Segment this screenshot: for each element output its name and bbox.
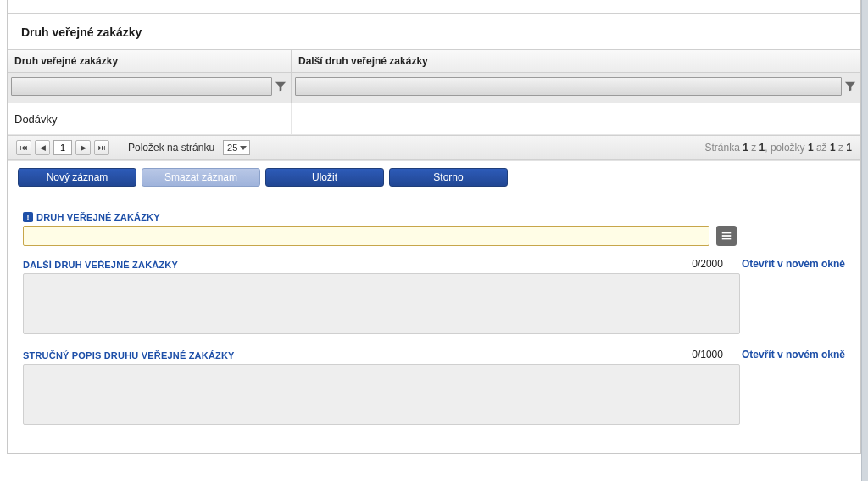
field-other-label: DALŠÍ DRUH VEŘEJNÉ ZAKÁZKY	[23, 260, 178, 270]
filter-input-type[interactable]	[11, 77, 272, 96]
desc-open-link[interactable]: Otevřít v novém okně	[742, 349, 845, 361]
field-type: ! DRUH VEŘEJNÉ ZAKÁZKY	[23, 212, 845, 246]
form-area: Nový záznam Smazat záznam Uložit Storno …	[8, 160, 860, 454]
cell-other	[292, 103, 860, 134]
other-textarea[interactable]	[23, 273, 740, 334]
svg-rect-0	[722, 232, 732, 234]
svg-rect-1	[722, 235, 732, 237]
per-page-label: Položek na stránku	[128, 142, 214, 154]
section-title: Druh veřejné zakázky	[8, 14, 860, 49]
pager-prev-button[interactable]: ◀	[35, 140, 50, 155]
pager-first-button[interactable]: ⏮	[16, 140, 31, 155]
per-page-select[interactable]: 25	[223, 140, 250, 155]
delete-record-button[interactable]: Smazat záznam	[142, 168, 260, 187]
svg-rect-2	[722, 238, 732, 240]
pager-last-button[interactable]: ⏭	[94, 140, 109, 155]
field-other: DALŠÍ DRUH VEŘEJNÉ ZAKÁZKY 0/2000 Otevří…	[23, 258, 845, 337]
required-icon: !	[23, 212, 33, 222]
table-row[interactable]: Dodávky	[8, 103, 860, 135]
pager-next-button[interactable]: ▶	[75, 140, 91, 155]
other-counter: 0/2000	[692, 258, 723, 270]
other-open-link[interactable]: Otevřít v novém okně	[742, 258, 845, 270]
field-desc-label: STRUČNÝ POPIS DRUHU VEŘEJNÉ ZAKÁZKY	[23, 350, 235, 361]
list-icon	[721, 230, 732, 242]
button-row: Nový záznam Smazat záznam Uložit Storno	[18, 168, 850, 187]
pager-status: Stránka 1 z 1, položky 1 až 1 z 1	[704, 142, 852, 154]
top-divider	[8, 0, 860, 14]
field-desc: STRUČNÝ POPIS DRUHU VEŘEJNÉ ZAKÁZKY 0/10…	[23, 349, 845, 428]
desc-counter: 0/1000	[692, 349, 723, 361]
filter-row	[8, 73, 860, 103]
grid-header: Druh veřejné zakázky Další druh veřejné …	[8, 49, 860, 73]
cancel-button[interactable]: Storno	[389, 168, 508, 187]
filter-icon[interactable]	[843, 81, 857, 92]
filter-input-other[interactable]	[295, 77, 842, 96]
field-type-label: ! DRUH VEŘEJNÉ ZAKÁZKY	[23, 212, 160, 222]
type-input[interactable]	[23, 226, 709, 246]
desc-textarea[interactable]	[23, 364, 740, 425]
main-panel: Druh veřejné zakázky Druh veřejné zakázk…	[7, 0, 861, 454]
column-header-type[interactable]: Druh veřejné zakázky	[8, 50, 292, 72]
new-record-button[interactable]: Nový záznam	[18, 168, 136, 187]
scrollbar[interactable]	[861, 0, 868, 454]
type-picker-button[interactable]	[716, 226, 737, 246]
save-button[interactable]: Uložit	[265, 168, 384, 187]
column-header-other[interactable]: Další druh veřejné zakázky	[292, 50, 860, 72]
pager-bar: ⏮ ◀ ▶ ⏭ Položek na stránku 25 Stránka 1 …	[8, 135, 860, 160]
cell-type: Dodávky	[8, 103, 292, 134]
filter-icon[interactable]	[274, 81, 287, 92]
pager-page-input[interactable]	[53, 140, 72, 155]
